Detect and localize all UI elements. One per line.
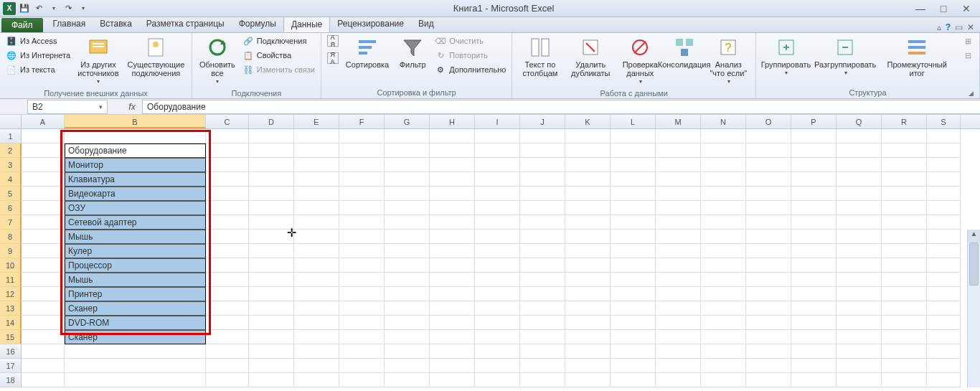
refresh-all-button[interactable]: Обновить все▾: [197, 34, 238, 88]
cell-N9[interactable]: [701, 244, 746, 258]
cell-F7[interactable]: [339, 215, 385, 230]
cell-R14[interactable]: [882, 316, 927, 330]
cell-Q5[interactable]: [837, 187, 882, 201]
cell-B7[interactable]: Сетевой адаптер: [65, 215, 206, 230]
cell-H9[interactable]: [430, 244, 475, 258]
cell-O2[interactable]: [746, 143, 791, 158]
column-header-H[interactable]: H: [430, 115, 475, 128]
cell-J2[interactable]: [520, 143, 565, 158]
remove-duplicates-button[interactable]: Удалить дубликаты: [566, 34, 615, 79]
cell-H17[interactable]: [430, 359, 475, 373]
cell-C17[interactable]: [206, 359, 249, 373]
cell-A14[interactable]: [22, 316, 65, 330]
cell-E15[interactable]: [294, 330, 339, 344]
cell-F5[interactable]: [339, 187, 385, 201]
cell-F9[interactable]: [339, 244, 385, 258]
cell-A2[interactable]: [22, 143, 65, 158]
namebox-dropdown-icon[interactable]: ▾: [99, 103, 103, 110]
cell-A17[interactable]: [22, 359, 65, 373]
column-header-Q[interactable]: Q: [837, 115, 882, 128]
cell-C12[interactable]: [206, 287, 249, 301]
cell-G4[interactable]: [385, 172, 430, 187]
cell-S3[interactable]: [927, 158, 961, 172]
cell-L16[interactable]: [611, 344, 656, 359]
cell-M13[interactable]: [656, 301, 701, 316]
cell-N4[interactable]: [701, 172, 746, 187]
cell-P5[interactable]: [791, 187, 837, 201]
cell-L10[interactable]: [611, 258, 656, 273]
file-tab[interactable]: Файл: [1, 18, 43, 32]
cell-K10[interactable]: [565, 258, 611, 273]
cell-G11[interactable]: [385, 273, 430, 287]
cell-P6[interactable]: [791, 201, 837, 215]
cell-Q8[interactable]: [837, 230, 882, 244]
cell-B9[interactable]: Кулер: [65, 244, 206, 258]
qat-customize-icon[interactable]: ▾: [77, 3, 89, 14]
cell-Q14[interactable]: [837, 316, 882, 330]
cell-P9[interactable]: [791, 244, 837, 258]
cell-S8[interactable]: [927, 230, 961, 244]
fx-button[interactable]: fx: [122, 102, 142, 112]
cell-S12[interactable]: [927, 287, 961, 301]
cell-J16[interactable]: [520, 344, 565, 359]
undo-dropdown-icon[interactable]: ▾: [48, 3, 60, 14]
cell-K6[interactable]: [565, 201, 611, 215]
window-restore-icon[interactable]: ▭: [955, 22, 963, 32]
cell-O12[interactable]: [746, 287, 791, 301]
formula-input[interactable]: Оборудование: [142, 100, 980, 114]
cell-S4[interactable]: [927, 172, 961, 187]
cell-C6[interactable]: [206, 201, 249, 215]
cell-C3[interactable]: [206, 158, 249, 172]
cell-A7[interactable]: [22, 215, 65, 230]
cell-J15[interactable]: [520, 330, 565, 344]
filter-button[interactable]: Фильтр: [395, 34, 430, 70]
help-icon[interactable]: ?: [946, 22, 951, 32]
cell-M7[interactable]: [656, 215, 701, 230]
cell-J11[interactable]: [520, 273, 565, 287]
cell-O5[interactable]: [746, 187, 791, 201]
cell-G18[interactable]: [385, 373, 430, 387]
cell-Q4[interactable]: [837, 172, 882, 187]
cell-I9[interactable]: [475, 244, 520, 258]
row-header-6[interactable]: 6: [0, 201, 22, 215]
cell-S7[interactable]: [927, 215, 961, 230]
cell-O7[interactable]: [746, 215, 791, 230]
cell-H7[interactable]: [430, 215, 475, 230]
cell-B10[interactable]: Процессор: [65, 258, 206, 273]
properties-button[interactable]: 📋Свойства: [241, 49, 316, 62]
cell-B14[interactable]: DVD-ROM: [65, 316, 206, 330]
cell-N8[interactable]: [701, 230, 746, 244]
cell-S18[interactable]: [927, 373, 961, 387]
cell-Q7[interactable]: [837, 215, 882, 230]
cell-R16[interactable]: [882, 344, 927, 359]
cell-L4[interactable]: [611, 172, 656, 187]
cell-N14[interactable]: [701, 316, 746, 330]
cell-N17[interactable]: [701, 359, 746, 373]
from-access-button[interactable]: 🗄️Из Access: [4, 34, 72, 47]
cell-H5[interactable]: [430, 187, 475, 201]
maximize-button[interactable]: □: [938, 4, 948, 14]
cell-B18[interactable]: [65, 373, 206, 387]
cell-O14[interactable]: [746, 316, 791, 330]
column-header-R[interactable]: R: [882, 115, 927, 128]
cell-R4[interactable]: [882, 172, 927, 187]
cell-P14[interactable]: [791, 316, 837, 330]
cell-M9[interactable]: [656, 244, 701, 258]
cell-F4[interactable]: [339, 172, 385, 187]
cell-P13[interactable]: [791, 301, 837, 316]
cell-K11[interactable]: [565, 273, 611, 287]
cell-Q9[interactable]: [837, 244, 882, 258]
cell-B3[interactable]: Монитор: [65, 158, 206, 172]
select-all-corner[interactable]: [0, 115, 22, 128]
cell-L1[interactable]: [611, 129, 656, 143]
cell-G15[interactable]: [385, 330, 430, 344]
undo-icon[interactable]: ↶: [33, 3, 44, 14]
cell-Q11[interactable]: [837, 273, 882, 287]
name-box[interactable]: B2▾: [27, 100, 108, 114]
cell-R1[interactable]: [882, 129, 927, 143]
connections-button[interactable]: 🔗Подключения: [241, 34, 316, 47]
cell-E9[interactable]: [294, 244, 339, 258]
cell-O18[interactable]: [746, 373, 791, 387]
cell-B2[interactable]: Оборудование: [65, 143, 206, 158]
cell-R10[interactable]: [882, 258, 927, 273]
